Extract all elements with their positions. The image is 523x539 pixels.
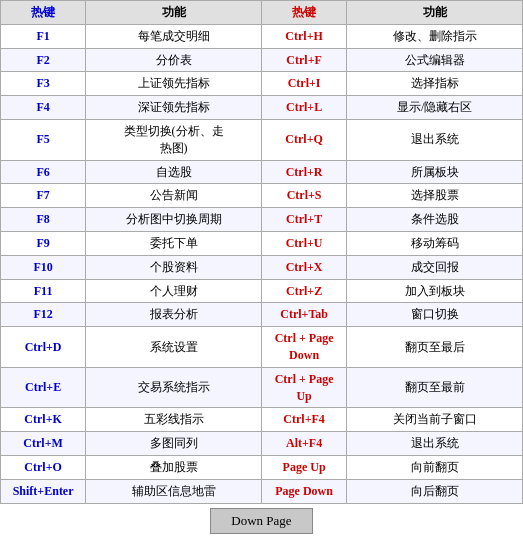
func-right-cell: 关闭当前子窗口 bbox=[347, 408, 523, 432]
func-right-cell: 所属板块 bbox=[347, 160, 523, 184]
hotkey-right-cell: Ctrl+F bbox=[261, 48, 346, 72]
func-left-cell: 个股资料 bbox=[86, 255, 262, 279]
func-right-cell: 窗口切换 bbox=[347, 303, 523, 327]
func-left-cell: 每笔成交明细 bbox=[86, 24, 262, 48]
func-left-cell: 类型切换(分析、走 热图) bbox=[86, 119, 262, 160]
col-header-func2: 功能 bbox=[347, 1, 523, 25]
func-right-cell: 显示/隐藏右区 bbox=[347, 96, 523, 120]
hotkey-right-cell: Ctrl+R bbox=[261, 160, 346, 184]
func-right-cell: 翻页至最前 bbox=[347, 367, 523, 408]
hotkey-left-cell: F6 bbox=[1, 160, 86, 184]
func-left-cell: 深证领先指标 bbox=[86, 96, 262, 120]
func-left-cell: 上证领先指标 bbox=[86, 72, 262, 96]
hotkey-left-cell: F9 bbox=[1, 231, 86, 255]
hotkey-right-cell: Ctrl+Tab bbox=[261, 303, 346, 327]
hotkey-left-cell: Ctrl+D bbox=[1, 327, 86, 368]
func-left-cell: 叠加股票 bbox=[86, 455, 262, 479]
func-left-cell: 委托下单 bbox=[86, 231, 262, 255]
hotkey-right-cell: Ctrl+I bbox=[261, 72, 346, 96]
hotkey-left-cell: F3 bbox=[1, 72, 86, 96]
func-left-cell: 交易系统指示 bbox=[86, 367, 262, 408]
func-right-cell: 成交回报 bbox=[347, 255, 523, 279]
func-left-cell: 公告新闻 bbox=[86, 184, 262, 208]
hotkey-left-cell: F11 bbox=[1, 279, 86, 303]
hotkey-left-cell: F12 bbox=[1, 303, 86, 327]
func-left-cell: 自选股 bbox=[86, 160, 262, 184]
hotkey-left-cell: F10 bbox=[1, 255, 86, 279]
hotkey-right-cell: Alt+F4 bbox=[261, 432, 346, 456]
func-right-cell: 退出系统 bbox=[347, 432, 523, 456]
hotkey-right-cell: Ctrl+H bbox=[261, 24, 346, 48]
col-header-hotkey1: 热键 bbox=[1, 1, 86, 25]
hotkey-left-cell: F5 bbox=[1, 119, 86, 160]
func-right-cell: 加入到板块 bbox=[347, 279, 523, 303]
col-header-func1: 功能 bbox=[86, 1, 262, 25]
hotkey-right-cell: Ctrl+U bbox=[261, 231, 346, 255]
func-left-cell: 辅助区信息地雷 bbox=[86, 479, 262, 503]
func-right-cell: 向后翻页 bbox=[347, 479, 523, 503]
down-page-button[interactable]: Down Page bbox=[210, 508, 312, 534]
col-header-hotkey2: 热键 bbox=[261, 1, 346, 25]
func-right-cell: 向前翻页 bbox=[347, 455, 523, 479]
func-left-cell: 多图同列 bbox=[86, 432, 262, 456]
hotkey-right-cell: Ctrl+F4 bbox=[261, 408, 346, 432]
hotkey-left-cell: Ctrl+M bbox=[1, 432, 86, 456]
hotkey-right-cell: Ctrl + Page Up bbox=[261, 367, 346, 408]
hotkey-left-cell: Ctrl+E bbox=[1, 367, 86, 408]
hotkey-left-cell: F4 bbox=[1, 96, 86, 120]
hotkey-left-cell: F1 bbox=[1, 24, 86, 48]
hotkey-table: 热键 功能 热键 功能 F1每笔成交明细Ctrl+H修改、删除指示F2分价表Ct… bbox=[0, 0, 523, 504]
hotkey-right-cell: Ctrl+L bbox=[261, 96, 346, 120]
func-left-cell: 报表分析 bbox=[86, 303, 262, 327]
hotkey-left-cell: F7 bbox=[1, 184, 86, 208]
hotkey-right-cell: Ctrl+T bbox=[261, 208, 346, 232]
hotkey-right-cell: Ctrl + Page Down bbox=[261, 327, 346, 368]
func-left-cell: 分析图中切换周期 bbox=[86, 208, 262, 232]
hotkey-left-cell: Shift+Enter bbox=[1, 479, 86, 503]
func-left-cell: 个人理财 bbox=[86, 279, 262, 303]
func-right-cell: 修改、删除指示 bbox=[347, 24, 523, 48]
hotkey-right-cell: Page Up bbox=[261, 455, 346, 479]
hotkey-left-cell: F2 bbox=[1, 48, 86, 72]
hotkey-right-cell: Ctrl+S bbox=[261, 184, 346, 208]
hotkey-right-cell: Ctrl+Q bbox=[261, 119, 346, 160]
hotkey-right-cell: Ctrl+Z bbox=[261, 279, 346, 303]
func-right-cell: 翻页至最后 bbox=[347, 327, 523, 368]
func-right-cell: 公式编辑器 bbox=[347, 48, 523, 72]
hotkey-left-cell: Ctrl+K bbox=[1, 408, 86, 432]
hotkey-left-cell: Ctrl+O bbox=[1, 455, 86, 479]
func-right-cell: 选择股票 bbox=[347, 184, 523, 208]
hotkey-left-cell: F8 bbox=[1, 208, 86, 232]
func-right-cell: 选择指标 bbox=[347, 72, 523, 96]
func-right-cell: 条件选股 bbox=[347, 208, 523, 232]
func-left-cell: 五彩线指示 bbox=[86, 408, 262, 432]
hotkey-right-cell: Page Down bbox=[261, 479, 346, 503]
func-left-cell: 系统设置 bbox=[86, 327, 262, 368]
func-right-cell: 移动筹码 bbox=[347, 231, 523, 255]
func-left-cell: 分价表 bbox=[86, 48, 262, 72]
func-right-cell: 退出系统 bbox=[347, 119, 523, 160]
hotkey-right-cell: Ctrl+X bbox=[261, 255, 346, 279]
